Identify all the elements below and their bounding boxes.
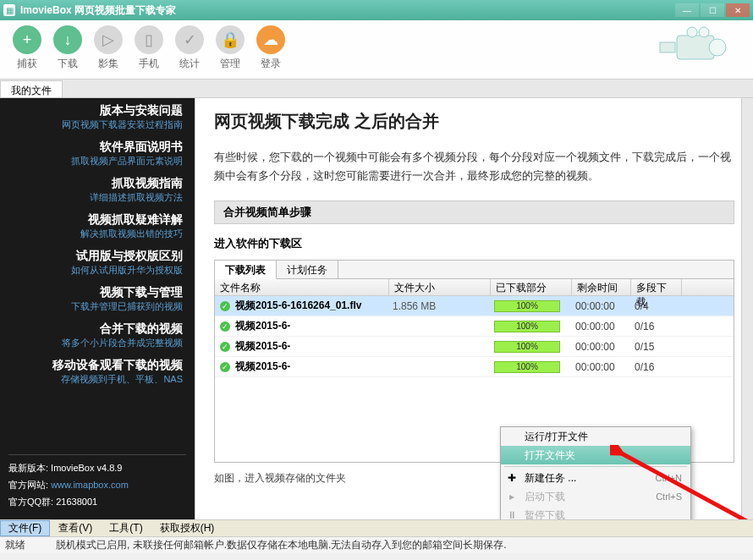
menu-查看(V)[interactable]: 查看(V) [50, 521, 101, 535]
col-segments[interactable]: 多段下载 [631, 279, 682, 295]
check-icon: ✓ [220, 321, 230, 332]
context-menu: 运行/打开文件打开文件夹✚新建任务 ...Ctrl+N▸启动下载Ctrl+S⏸暂… [500, 426, 691, 519]
content-scrollbar[interactable] [741, 98, 753, 519]
toolbar-捕获[interactable]: +捕获 [7, 25, 47, 79]
sidebar-item[interactable]: 视频下载与管理下载并管理已捕获到的视频 [0, 280, 195, 316]
titlebar: ▦ ImovieBox 网页视频批量下载专家 — ☐ ✕ [0, 0, 753, 20]
toolbar-管理[interactable]: 🔒管理 [210, 25, 250, 79]
inner-tab-download-list[interactable]: 下载列表 [215, 261, 277, 279]
toolbar-统计[interactable]: ✓统计 [169, 25, 210, 79]
menu-shortcut: Ctrl+N [656, 473, 682, 483]
content-pane: 网页视频下载完成 之后的合并 有些时候，您下载的一个视频中可能会有多个视频分段，… [195, 98, 753, 519]
close-button[interactable]: ✕ [726, 3, 750, 17]
toolbar-登录[interactable]: ☁登录 [250, 25, 291, 79]
sidebar: 版本与安装问题网页视频下载器安装过程指南软件界面说明书抓取视频产品界面元素说明抓… [0, 98, 195, 519]
cell-size: 1.856 MB [393, 300, 494, 312]
window-title: ImovieBox 网页视频批量下载专家 [20, 3, 675, 18]
cell-time: 00:00:00 [575, 361, 635, 373]
site-link[interactable]: www.imapbox.com [51, 480, 129, 490]
cell-filename: 视频2015-6- [235, 319, 393, 333]
menu-item-label: 运行/打开文件 [525, 430, 588, 444]
menu-item-label: 打开文件夹 [525, 448, 575, 463]
sidebar-item-title: 移动设备观看下载的视频 [12, 358, 183, 373]
sidebar-item-sub[interactable]: 详细描述抓取视频方法 [12, 191, 183, 204]
sidebar-item-sub[interactable]: 抓取视频产品界面元素说明 [12, 155, 183, 167]
cell-time: 00:00:00 [575, 341, 635, 353]
menu-item: ▸启动下载Ctrl+S [501, 487, 690, 506]
camera-decoration-icon [651, 24, 736, 69]
toolbar-icon: 🔒 [216, 25, 245, 54]
col-filesize[interactable]: 文件大小 [389, 279, 491, 295]
table-row[interactable]: ✓视频2015-6-100%00:00:000/16 [215, 316, 734, 337]
cell-filename: 视频2015-6-1616264_01.flv [235, 299, 393, 313]
menu-item-label: 新建任务 ... [525, 471, 576, 486]
sidebar-item-title: 版本与安装问题 [12, 103, 183, 118]
sidebar-item-title: 抓取视频指南 [12, 176, 183, 191]
status-ready: 就绪 [5, 538, 56, 552]
toolbar-icon: + [13, 25, 41, 54]
sidebar-item[interactable]: 版本与安装问题网页视频下载器安装过程指南 [0, 98, 195, 135]
cell-time: 00:00:00 [575, 300, 635, 312]
toolbar-手机[interactable]: ▯手机 [129, 25, 169, 79]
main-area: 版本与安装问题网页视频下载器安装过程指南软件界面说明书抓取视频产品界面元素说明抓… [0, 98, 753, 519]
intro-paragraph: 有些时候，您下载的一个视频中可能会有多个视频分段，每个分段对应一个视频文件，下载… [214, 148, 734, 185]
sidebar-item[interactable]: 试用版与授权版区别如何从试用版升华为授权版 [0, 244, 195, 280]
sidebar-item-sub[interactable]: 解决抓取视频出错的技巧 [12, 228, 183, 240]
sidebar-item-sub[interactable]: 将多个小片段合并成完整视频 [12, 337, 183, 349]
menu-工具(T)[interactable]: 工具(T) [101, 521, 151, 535]
menu-shortcut: Ctrl+S [656, 491, 682, 502]
column-headers: 文件名称 文件大小 已下载部分 剩余时间 多段下载 [215, 279, 734, 296]
sidebar-item-sub[interactable]: 下载并管理已捕获到的视频 [12, 300, 183, 313]
inner-tab-scheduled[interactable]: 计划任务 [277, 261, 338, 278]
menu-item[interactable]: 运行/打开文件 [501, 427, 690, 446]
sidebar-item[interactable]: 移动设备观看下载的视频存储视频到手机、平板、NAS [0, 353, 195, 389]
svg-point-1 [709, 39, 726, 56]
toolbar-label: 手机 [129, 57, 169, 71]
sidebar-item-sub[interactable]: 存储视频到手机、平板、NAS [12, 373, 183, 386]
svg-rect-0 [677, 36, 714, 59]
cell-progress: 100% [494, 341, 575, 353]
menu-item[interactable]: 打开文件夹 [501, 446, 690, 464]
cell-time: 00:00:00 [575, 321, 635, 332]
cell-progress: 100% [494, 321, 575, 332]
step-heading: 合并视频简单步骤 [214, 200, 734, 224]
col-remaining[interactable]: 剩余时间 [572, 279, 631, 295]
tab-my-files[interactable]: 我的文件 [0, 80, 63, 97]
sidebar-item[interactable]: 软件界面说明书抓取视频产品界面元素说明 [0, 135, 195, 171]
col-filename[interactable]: 文件名称 [215, 279, 389, 295]
cell-seg: 0/15 [635, 341, 677, 353]
toolbar-icon: ☁ [256, 25, 285, 54]
sidebar-item-sub[interactable]: 如何从试用版升华为授权版 [12, 264, 183, 277]
menu-文件(F)[interactable]: 文件(F) [0, 520, 50, 536]
sidebar-item-sub[interactable]: 网页视频下载器安装过程指南 [12, 118, 183, 131]
table-row[interactable]: ✓视频2015-6-100%00:00:000/15 [215, 337, 734, 357]
sidebar-item-title: 视频抓取疑难详解 [12, 212, 183, 228]
sidebar-footer: 最新版本: ImovieBox v4.8.9 官方网站: www.imapbox… [8, 454, 186, 513]
app-icon: ▦ [3, 4, 15, 16]
toolbar-下载[interactable]: ↓下载 [47, 25, 88, 79]
menu-item[interactable]: ✚新建任务 ...Ctrl+N [501, 469, 690, 487]
site-line: 官方网站: www.imapbox.com [8, 479, 186, 491]
table-row[interactable]: ✓视频2015-6-100%00:00:000/16 [215, 357, 734, 377]
maximize-button[interactable]: ☐ [701, 3, 724, 17]
col-downloaded[interactable]: 已下载部分 [491, 279, 572, 295]
check-icon: ✓ [220, 362, 230, 372]
cell-filename: 视频2015-6- [235, 360, 393, 374]
minimize-button[interactable]: — [675, 3, 699, 17]
menu-item-icon: ▸ [506, 491, 518, 502]
table-row[interactable]: ✓视频2015-6-1616264_01.flv1.856 MB100%00:0… [215, 296, 734, 316]
toolbar-影集[interactable]: ▷影集 [88, 25, 129, 79]
cell-filename: 视频2015-6- [235, 339, 393, 354]
svg-rect-2 [660, 42, 675, 52]
toolbar: +捕获↓下载▷影集▯手机✓统计🔒管理☁登录 [0, 20, 753, 80]
check-icon: ✓ [220, 342, 230, 352]
check-icon: ✓ [220, 301, 230, 311]
statusbar: 就绪 脱机模式已启用, 未联接任何邮箱帐户.数据仅存储在本地电脑.无法自动存入到… [0, 536, 753, 553]
toolbar-icon: ↓ [53, 25, 82, 54]
toolbar-label: 捕获 [7, 57, 47, 71]
sidebar-item[interactable]: 合并下载的视频将多个小片段合并成完整视频 [0, 316, 195, 353]
menu-获取授权(H)[interactable]: 获取授权(H) [151, 521, 223, 535]
menubar: 文件(F)查看(V)工具(T)获取授权(H) [0, 519, 753, 536]
sidebar-item[interactable]: 抓取视频指南详细描述抓取视频方法 [0, 171, 195, 207]
sidebar-item[interactable]: 视频抓取疑难详解解决抓取视频出错的技巧 [0, 207, 195, 244]
